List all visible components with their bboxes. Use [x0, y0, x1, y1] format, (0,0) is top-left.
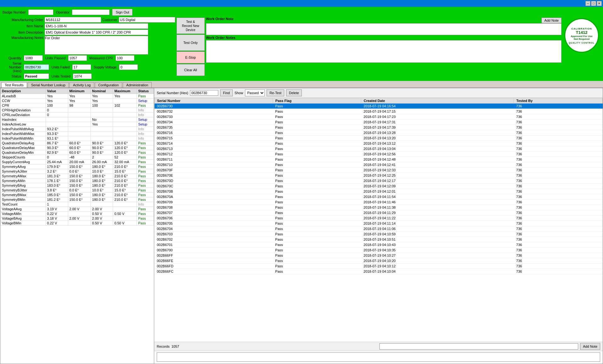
list-item[interactable]: 002B6701Pass2018-07-19 04:10:43736: [155, 242, 603, 248]
table-row[interactable]: IndexPulseWidthAvg93.2 E°Info: [1, 127, 154, 131]
minimize-button[interactable]: ─: [585, 1, 590, 6]
table-row[interactable]: VoltageBMin0.22 V0.50 V0.50 VPass: [1, 221, 154, 226]
tab-configuration[interactable]: Configuration: [95, 82, 122, 88]
supply-voltage-input[interactable]: [119, 64, 138, 70]
list-item[interactable]: 002B670BPass2018-07-19 04:12:01736: [155, 189, 603, 194]
list-item[interactable]: 002B670CPass2018-07-19 04:12:09736: [155, 184, 603, 189]
tab-serial-lookup[interactable]: Serial Number Lookup: [28, 82, 69, 88]
units-tested-input[interactable]: [73, 73, 92, 79]
item-name-input[interactable]: [45, 23, 148, 29]
list-item[interactable]: 002B6734Pass2018-07-19 04:17:31736: [155, 120, 603, 125]
tab-test-results[interactable]: Test Results: [1, 82, 27, 88]
table-row[interactable]: SupplyCurrentAvg25.44 mA20.00 mA26.00 mA…: [1, 160, 154, 164]
list-item[interactable]: 002B6730Pass2018-07-19 04:16:54736: [155, 104, 603, 109]
add-note-button[interactable]: Add Note: [541, 18, 562, 23]
bottom-note-textarea[interactable]: [157, 352, 600, 362]
list-item[interactable]: 002B6712Pass2018-07-19 04:12:56736: [155, 152, 603, 157]
list-item[interactable]: 002B6703Pass2018-07-19 04:10:59736: [155, 232, 603, 237]
table-row[interactable]: SymmetryAMin178.1 E°150.0 E°180.0 E°210.…: [1, 179, 154, 183]
table-row[interactable]: CPR10098100102Pass: [1, 103, 154, 108]
list-item[interactable]: 002B6716Pass2018-07-19 04:13:28736: [155, 130, 603, 136]
table-row[interactable]: VoltageBAvg3.18 V2.00 V2.00 VPass: [1, 216, 154, 221]
list-item[interactable]: 002B66FDPass2018-07-19 04:10:12736: [155, 264, 603, 269]
delete-button[interactable]: Delete: [286, 89, 302, 96]
table-row[interactable]: VoltageAAvg3.19 V2.00 V2.00 VPass: [1, 207, 154, 211]
list-item[interactable]: 002B6732Pass2018-07-19 04:17:15736: [155, 109, 603, 114]
serial-hex-input[interactable]: [24, 64, 49, 70]
mfg-notes-textarea[interactable]: For Order: [45, 36, 148, 55]
table-row[interactable]: QuadratureDelayAvg86.7 E°60.0 E°90.0 E°1…: [1, 141, 154, 146]
table-row[interactable]: IndexActiveLowYesSetup: [1, 122, 154, 127]
find-button[interactable]: Find: [220, 89, 232, 96]
list-item[interactable]: 002B6705Pass2018-07-19 04:11:14736: [155, 221, 603, 226]
table-row[interactable]: HasIndexNoSetup: [1, 117, 154, 122]
table-row[interactable]: CPRLowDeviation0Info: [1, 113, 154, 117]
table-row[interactable]: SymmetryAMax181.3 E°150.0 E°180.0 E°210.…: [1, 174, 154, 179]
work-order-notes-textarea[interactable]: [206, 40, 562, 63]
list-item[interactable]: 002B66FFPass2018-07-19 04:10:27736: [155, 253, 603, 258]
measured-cpr-input[interactable]: [116, 55, 134, 61]
list-item[interactable]: 002B6702Pass2018-07-19 04:10:51736: [155, 237, 603, 242]
customer-input[interactable]: [119, 17, 175, 23]
table-row[interactable]: SymmetryBJitter3.8 E°0.0 E°10.0 E°15.0 E…: [1, 188, 154, 193]
list-item[interactable]: 002B6735Pass2018-07-19 04:17:39736: [155, 125, 603, 130]
table-row[interactable]: SymmetryAAvg179.9 E°150.0 E°180.0 E°210.…: [1, 164, 154, 169]
list-item[interactable]: 002B6704Pass2018-07-19 04:11:06736: [155, 226, 603, 232]
units-failed-input[interactable]: [72, 64, 91, 70]
tab-activity-log[interactable]: Activity Log: [69, 82, 94, 88]
list-item[interactable]: 002B6700Pass2018-07-19 04:10:35736: [155, 248, 603, 253]
note-input[interactable]: [379, 343, 578, 350]
estop-button[interactable]: E-Stop: [177, 51, 205, 63]
table-row[interactable]: SkippedCounts0-48252Pass: [1, 155, 154, 160]
item-desc-input[interactable]: [45, 29, 148, 35]
list-item[interactable]: 002B670EPass2018-07-19 04:12:25736: [155, 173, 603, 178]
sn-hex-search-input[interactable]: [190, 90, 218, 96]
table-row[interactable]: CCWYesYesYesSetup: [1, 99, 154, 103]
table-row[interactable]: QuadratureDelayMax90.3 E°60.0 E°90.0 E°1…: [1, 146, 154, 150]
table-row[interactable]: SymmetryBMin181.2 E°150.0 E°180.0 E°210.…: [1, 197, 154, 202]
close-button[interactable]: ✕: [597, 1, 602, 6]
list-item[interactable]: 002B6715Pass2018-07-19 04:13:20736: [155, 136, 603, 141]
list-item[interactable]: 002B66FCPass2018-07-19 04:10:04736: [155, 269, 603, 274]
table-row[interactable]: QuadratureDelayMin82.9 E°60.0 E°90.0 E°1…: [1, 150, 154, 155]
table-row[interactable]: ALeadsBYesYesYesYesPass: [1, 94, 154, 99]
list-item[interactable]: 002B670FPass2018-07-19 04:12:33736: [155, 168, 603, 173]
table-row[interactable]: VoltageAMin0.22 V0.50 V0.50 VPass: [1, 211, 154, 216]
qty-input[interactable]: [24, 55, 43, 61]
test-record-button[interactable]: Test & Record New Device: [177, 18, 205, 34]
badge-input[interactable]: [28, 9, 53, 15]
list-item[interactable]: 002B6707Pass2018-07-19 04:11:29736: [155, 210, 603, 216]
table-row[interactable]: IndexPulseWidthMax93.3 E°Info: [1, 131, 154, 136]
table-row[interactable]: SymmetryBAvg183.0 E°150.0 E°180.0 E°210.…: [1, 183, 154, 188]
list-item[interactable]: 002B66FEPass2018-07-19 04:10:20736: [155, 258, 603, 264]
test-only-button[interactable]: Test Only: [177, 35, 205, 51]
add-note2-button[interactable]: Add Note: [580, 343, 600, 350]
retest-button[interactable]: Re-Test: [267, 89, 284, 96]
table-row[interactable]: SymmetryAJitter3.2 E°0.0 E°10.0 E°15.0 E…: [1, 169, 154, 174]
list-item[interactable]: 002B6709Pass2018-07-19 04:11:46736: [155, 200, 603, 205]
list-item[interactable]: 002B670APass2018-07-19 04:11:54736: [155, 194, 603, 200]
serial-hex-label: Serial Number (Hex): [3, 62, 21, 73]
table-row[interactable]: TestCount1Info: [1, 202, 154, 207]
clear-all-button[interactable]: Clear All: [177, 64, 205, 76]
table-row[interactable]: IndexPulseWidthMin93.1 E°Info: [1, 136, 154, 141]
list-item[interactable]: 002B6713Pass2018-07-19 04:13:04736: [155, 146, 603, 152]
list-item[interactable]: 002B6711Pass2018-07-19 04:12:48736: [155, 157, 603, 162]
maximize-button[interactable]: □: [591, 1, 596, 6]
tab-administration[interactable]: Administration: [123, 82, 152, 88]
mfg-order-input[interactable]: [45, 17, 101, 23]
list-item[interactable]: 002B6710Pass2018-07-19 04:12:41736: [155, 162, 603, 168]
list-item[interactable]: 002B6714Pass2018-07-19 04:13:12736: [155, 141, 603, 146]
sign-out-button[interactable]: Sign Out: [112, 9, 133, 16]
show-select[interactable]: Passed Failed All: [245, 89, 265, 96]
table-row[interactable]: SymmetryBMax185.0 E°150.0 E°180.0 E°210.…: [1, 193, 154, 197]
list-item[interactable]: 002B670DPass2018-07-19 04:12:17736: [155, 178, 603, 184]
units-passed-input[interactable]: [68, 55, 87, 61]
status-input[interactable]: [24, 73, 49, 79]
work-order-note-textarea[interactable]: [206, 23, 562, 35]
table-row[interactable]: CPRHighDeviation0Info: [1, 108, 154, 113]
list-item[interactable]: 002B6733Pass2018-07-19 04:17:23736: [155, 114, 603, 120]
operator-input[interactable]: [72, 9, 110, 15]
list-item[interactable]: 002B6706Pass2018-07-19 04:11:22736: [155, 216, 603, 221]
list-item[interactable]: 002B6708Pass2018-07-19 04:11:38736: [155, 205, 603, 210]
